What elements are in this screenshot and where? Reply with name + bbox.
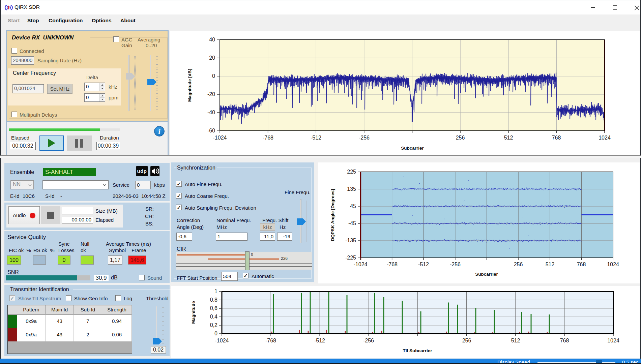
svg-text:-40: -40 bbox=[207, 110, 215, 115]
svg-text:-45: -45 bbox=[348, 220, 356, 226]
svg-text:-135: -135 bbox=[345, 238, 356, 243]
svg-text:-512: -512 bbox=[314, 338, 325, 343]
svg-text:0,6: 0,6 bbox=[210, 305, 217, 311]
svg-text:768: 768 bbox=[560, 338, 569, 343]
svg-text:-256: -256 bbox=[450, 262, 461, 267]
svg-text:-768: -768 bbox=[263, 135, 273, 141]
svg-text:135: 135 bbox=[347, 186, 356, 192]
svg-text:-1024: -1024 bbox=[354, 262, 368, 267]
svg-text:0,4: 0,4 bbox=[210, 314, 217, 320]
svg-text:768: 768 bbox=[552, 135, 561, 141]
svg-text:512: 512 bbox=[511, 338, 520, 343]
svg-text:-1024: -1024 bbox=[213, 135, 227, 141]
svg-text:TII Subcarrier: TII Subcarrier bbox=[403, 348, 432, 353]
svg-text:225: 225 bbox=[347, 169, 356, 175]
svg-text:-512: -512 bbox=[311, 135, 321, 141]
svg-text:-768: -768 bbox=[265, 338, 276, 343]
svg-text:256: 256 bbox=[514, 262, 523, 267]
svg-text:1: 1 bbox=[214, 289, 217, 294]
svg-text:1024: 1024 bbox=[607, 338, 619, 343]
svg-text:512: 512 bbox=[504, 135, 513, 141]
svg-text:0: 0 bbox=[212, 73, 215, 79]
svg-text:-256: -256 bbox=[359, 135, 370, 141]
svg-text:1024: 1024 bbox=[599, 135, 611, 141]
svg-text:-20: -20 bbox=[207, 91, 215, 97]
svg-text:40: 40 bbox=[209, 37, 215, 42]
svg-text:Magnitude: Magnitude bbox=[191, 301, 196, 324]
svg-text:0,8: 0,8 bbox=[210, 297, 217, 303]
svg-text:256: 256 bbox=[456, 135, 465, 141]
svg-text:-225: -225 bbox=[345, 255, 356, 261]
svg-text:768: 768 bbox=[577, 262, 586, 267]
svg-text:-256: -256 bbox=[363, 338, 374, 343]
svg-text:-1024: -1024 bbox=[215, 338, 229, 343]
svg-text:512: 512 bbox=[546, 262, 555, 267]
svg-text:Subcarrier: Subcarrier bbox=[475, 272, 498, 277]
svg-text:Subcarrier: Subcarrier bbox=[401, 146, 424, 151]
svg-text:0,2: 0,2 bbox=[210, 322, 217, 328]
svg-text:-512: -512 bbox=[418, 262, 429, 267]
svg-text:-768: -768 bbox=[387, 262, 398, 267]
svg-text:45: 45 bbox=[350, 203, 356, 209]
svg-text:-60: -60 bbox=[207, 128, 215, 133]
svg-text:0: 0 bbox=[214, 331, 217, 336]
svg-text:1024: 1024 bbox=[607, 262, 619, 267]
svg-text:256: 256 bbox=[462, 338, 471, 343]
svg-text:DQPSK Angle [Degrees]: DQPSK Angle [Degrees] bbox=[330, 189, 335, 241]
svg-text:Magnitude [dB]: Magnitude [dB] bbox=[187, 69, 192, 102]
svg-text:20: 20 bbox=[209, 55, 215, 61]
